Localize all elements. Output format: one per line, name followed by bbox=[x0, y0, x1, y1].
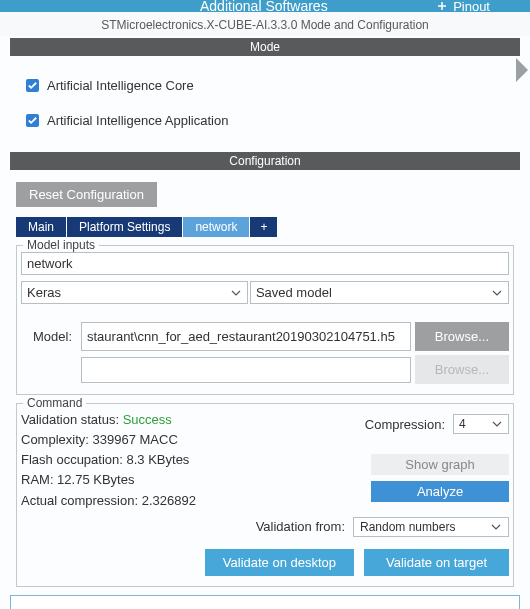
actual-compression-line: Actual compression: 2.326892 bbox=[21, 491, 196, 511]
modeltype-select[interactable]: Saved model bbox=[250, 281, 509, 304]
show-graph-button[interactable]: Show graph bbox=[371, 454, 509, 475]
model-inputs-legend: Model inputs bbox=[23, 238, 99, 252]
tab-network[interactable]: network bbox=[183, 217, 250, 237]
compression-select[interactable]: 4 bbox=[453, 414, 509, 434]
ai-app-checkbox[interactable] bbox=[26, 114, 39, 127]
chevron-down-icon bbox=[490, 521, 502, 533]
mode-band: Mode bbox=[10, 38, 520, 56]
topbar-title: Additional Softwares bbox=[200, 0, 328, 12]
config-band: Configuration bbox=[10, 152, 520, 170]
model-path-input-2[interactable] bbox=[81, 357, 411, 383]
check-icon bbox=[27, 80, 38, 91]
tab-add[interactable]: + bbox=[250, 217, 278, 237]
compression-label: Compression: bbox=[365, 417, 445, 432]
validate-desktop-button[interactable]: Validate on desktop bbox=[205, 549, 354, 576]
module-subtitle: STMicroelectronics.X-CUBE-AI.3.3.0 Mode … bbox=[0, 12, 530, 36]
model-label: Model: bbox=[21, 329, 77, 344]
validation-status-line: Validation status: Success bbox=[21, 410, 196, 430]
framework-value: Keras bbox=[27, 285, 61, 300]
analyze-button[interactable]: Analyze bbox=[371, 481, 509, 502]
pinout-toggle[interactable]: Pinout bbox=[437, 0, 490, 12]
validation-from-label: Validation from: bbox=[256, 519, 345, 534]
browse-model-button-disabled: Browse... bbox=[415, 355, 509, 384]
ai-core-checkbox[interactable] bbox=[26, 79, 39, 92]
validate-target-button[interactable]: Validate on target bbox=[364, 549, 509, 576]
validation-from-select[interactable]: Random numbers bbox=[353, 517, 509, 537]
tab-main[interactable]: Main bbox=[16, 217, 67, 237]
compression-value: 4 bbox=[459, 417, 466, 431]
network-name-input[interactable]: network bbox=[21, 252, 509, 275]
validation-from-value: Random numbers bbox=[360, 520, 455, 534]
browse-model-button[interactable]: Browse... bbox=[415, 322, 509, 351]
check-icon bbox=[27, 115, 38, 126]
model-path-input[interactable]: staurant\cnn_for_aed_restaurant201903021… bbox=[81, 322, 411, 351]
chevron-down-icon bbox=[491, 287, 503, 299]
flash-line: Flash occupation: 8.3 KBytes bbox=[21, 450, 196, 470]
model-inputs-fieldset: Model inputs network Keras Saved model M… bbox=[16, 245, 514, 395]
modeltype-value: Saved model bbox=[256, 285, 332, 300]
scroll-indicator-icon[interactable] bbox=[516, 58, 528, 82]
chevron-down-icon bbox=[491, 418, 503, 430]
chevron-down-icon bbox=[230, 287, 242, 299]
reset-config-button[interactable]: Reset Configuration bbox=[16, 182, 157, 207]
framework-select[interactable]: Keras bbox=[21, 281, 248, 304]
command-fieldset: Command Validation status: Success Compl… bbox=[16, 403, 514, 587]
plus-icon bbox=[437, 1, 447, 11]
bottom-progress-bar bbox=[10, 595, 520, 609]
pinout-label: Pinout bbox=[453, 0, 490, 12]
validation-status-value: Success bbox=[123, 412, 172, 427]
validation-status-label: Validation status: bbox=[21, 412, 123, 427]
tab-platform[interactable]: Platform Settings bbox=[67, 217, 183, 237]
command-legend: Command bbox=[23, 396, 86, 410]
ai-core-label: Artificial Intelligence Core bbox=[47, 78, 194, 93]
ram-line: RAM: 12.75 KBytes bbox=[21, 470, 196, 490]
complexity-line: Complexity: 339967 MACC bbox=[21, 430, 196, 450]
ai-app-label: Artificial Intelligence Application bbox=[47, 113, 228, 128]
